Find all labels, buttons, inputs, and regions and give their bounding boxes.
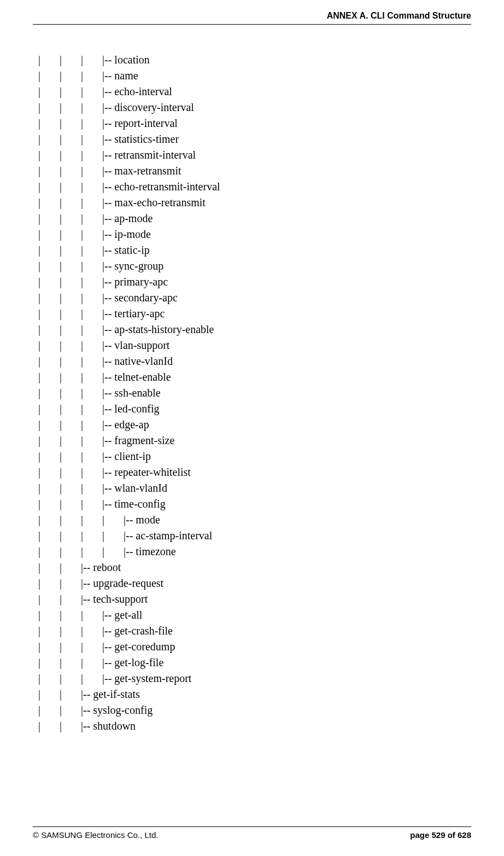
tree-line: | | | |-- location	[38, 52, 471, 68]
tree-line: | | | |-- retransmit-interval	[38, 147, 471, 163]
tree-line: | | | |-- ap-mode	[38, 211, 471, 226]
tree-line: | | | |-- ip-mode	[38, 226, 471, 242]
tree-line: | | | |-- get-crash-file	[38, 623, 471, 639]
tree-line: | | |-- reboot	[38, 560, 471, 575]
footer-copyright: © SAMSUNG Electronics Co., Ltd.	[33, 830, 158, 840]
tree-line: | | | |-- get-system-report	[38, 671, 471, 686]
tree-line: | | |-- get-if-stats	[38, 686, 471, 702]
tree-line: | | | | |-- ac-stamp-interval	[38, 528, 471, 544]
tree-line: | | | |-- static-ip	[38, 242, 471, 258]
tree-line: | | | |-- telnet-enable	[38, 369, 471, 385]
tree-line: | | | |-- echo-interval	[38, 84, 471, 100]
tree-line: | | | |-- statistics-timer	[38, 131, 471, 147]
tree-line: | | | |-- time-config	[38, 496, 471, 512]
tree-line: | | | |-- repeater-whitelist	[38, 464, 471, 480]
tree-line: | | | |-- get-log-file	[38, 655, 471, 671]
tree-line: | | | |-- led-config	[38, 401, 471, 417]
tree-line: | | | |-- get-coredump	[38, 639, 471, 655]
tree-line: | | |-- syslog-config	[38, 702, 471, 718]
tree-line: | | | |-- native-vlanId	[38, 353, 471, 369]
tree-line: | | | |-- tertiary-apc	[38, 306, 471, 322]
tree-line: | | | |-- client-ip	[38, 449, 471, 464]
tree-line: | | | |-- secondary-apc	[38, 290, 471, 306]
tree-line: | | | |-- report-interval	[38, 115, 471, 131]
tree-line: | | |-- shutdown	[38, 718, 471, 734]
page-footer: © SAMSUNG Electronics Co., Ltd. page 529…	[33, 826, 471, 840]
tree-line: | | | |-- max-retransmit	[38, 163, 471, 179]
tree-line: | | | |-- ssh-enable	[38, 385, 471, 401]
tree-line: | | | | |-- mode	[38, 512, 471, 528]
tree-line: | | |-- tech-support	[38, 591, 471, 607]
tree-line: | | | |-- echo-retransmit-interval	[38, 179, 471, 195]
tree-line: | | | | |-- timezone	[38, 544, 471, 560]
tree-line: | | | |-- fragment-size	[38, 433, 471, 449]
header-title: ANNEX A. CLI Command Structure	[327, 11, 471, 20]
tree-line: | | | |-- edge-ap	[38, 417, 471, 433]
tree-line: | | | |-- get-all	[38, 607, 471, 623]
tree-line: | | | |-- wlan-vlanId	[38, 480, 471, 496]
tree-line: | | | |-- max-echo-retransmit	[38, 195, 471, 211]
tree-line: | | | |-- vlan-support	[38, 337, 471, 353]
tree-line: | | | |-- sync-group	[38, 258, 471, 274]
footer-page-number: page 529 of 628	[410, 830, 471, 840]
tree-line: | | | |-- primary-apc	[38, 274, 471, 290]
tree-line: | | | |-- discovery-interval	[38, 100, 471, 115]
tree-line: | | | |-- ap-stats-history-enable	[38, 322, 471, 337]
tree-line: | | |-- upgrade-request	[38, 575, 471, 591]
tree-line: | | | |-- name	[38, 68, 471, 84]
cli-tree-content: | | | |-- location| | | |-- name| | | |-…	[33, 52, 471, 734]
page-header: ANNEX A. CLI Command Structure	[33, 11, 471, 25]
